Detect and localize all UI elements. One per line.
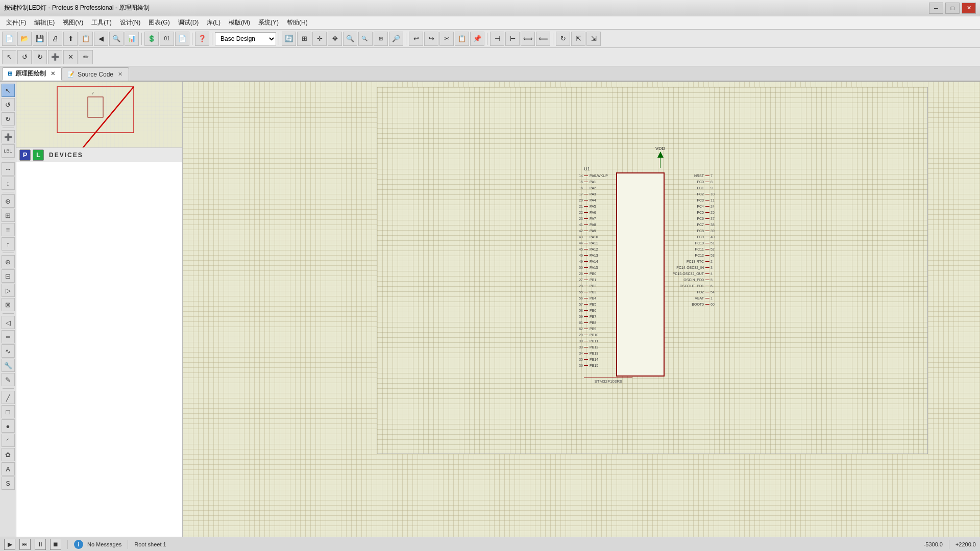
- 2d-line-tool[interactable]: ━: [2, 330, 15, 343]
- menu-graph[interactable]: 图表(G): [144, 17, 174, 28]
- add-button[interactable]: ➕: [48, 50, 62, 64]
- shape-tool[interactable]: ∿: [2, 344, 15, 358]
- pointer-tool[interactable]: ↖: [2, 84, 15, 97]
- zoom-in-button[interactable]: 🔍: [343, 32, 357, 46]
- export-button[interactable]: ⬆: [63, 32, 78, 46]
- grid-button[interactable]: ⊞: [297, 32, 311, 46]
- edit-tool[interactable]: 🔧: [2, 359, 15, 372]
- help-button[interactable]: ❓: [195, 32, 209, 46]
- menu-file[interactable]: 文件(F): [2, 17, 30, 28]
- shrink-button[interactable]: ⇲: [586, 32, 601, 46]
- text-tool[interactable]: A: [2, 462, 15, 475]
- search-button[interactable]: 🔍: [109, 32, 124, 46]
- menu-design[interactable]: 设计(N): [116, 17, 145, 28]
- menu-library[interactable]: 库(L): [203, 17, 225, 28]
- left-pins: 14 PA0-WKUP 15 PA1 16 PA2: [574, 172, 616, 368]
- zoom-fit-button[interactable]: ⊞: [374, 32, 388, 46]
- subcircuit-tool[interactable]: ⊕: [2, 255, 15, 268]
- zoom-select-button[interactable]: 🔎: [389, 32, 403, 46]
- pick-devices-button[interactable]: P: [19, 149, 31, 161]
- symbol-tool[interactable]: S: [2, 477, 15, 490]
- pin-pb2: 28 PB2: [574, 283, 616, 289]
- pause-button[interactable]: ⏸: [35, 539, 46, 550]
- new-button[interactable]: 📄: [2, 32, 16, 46]
- cut-button[interactable]: ✂: [439, 32, 454, 46]
- app-title: 按键控制LED灯 - Proteus 8 Professional - 原理图绘…: [4, 4, 150, 12]
- align-right-button[interactable]: ⊢: [505, 32, 520, 46]
- arc-tool[interactable]: ◜: [2, 434, 15, 447]
- instrument-tool[interactable]: ▷: [2, 284, 15, 297]
- paste-button[interactable]: 📌: [470, 32, 484, 46]
- open-button[interactable]: 📂: [17, 32, 32, 46]
- menu-debug[interactable]: 调试(D): [174, 17, 203, 28]
- pick-library-button[interactable]: L: [33, 149, 44, 161]
- pcb-button[interactable]: 📄: [175, 32, 189, 46]
- step-button[interactable]: ⏭: [19, 539, 31, 550]
- junction-tool[interactable]: ⊕: [2, 194, 15, 208]
- close-button[interactable]: ✕: [962, 3, 976, 14]
- edit-button[interactable]: ✏: [79, 50, 93, 64]
- design-select[interactable]: Base Design: [215, 32, 276, 45]
- menu-help[interactable]: 帮助(H): [283, 17, 312, 28]
- rotate-button[interactable]: ↻: [556, 32, 570, 46]
- probe-tool[interactable]: ≡: [2, 223, 15, 236]
- print-button[interactable]: 🖨: [48, 32, 62, 46]
- rect-tool[interactable]: □: [2, 405, 15, 418]
- component-tool[interactable]: ➕: [2, 130, 15, 143]
- terminal-tool[interactable]: ↑: [2, 237, 15, 251]
- back-button[interactable]: ◀: [94, 32, 108, 46]
- graph-tool[interactable]: ⊠: [2, 298, 15, 311]
- label-tool[interactable]: LBL: [2, 144, 15, 158]
- mirror-h-button[interactable]: ⟺: [521, 32, 535, 46]
- line-draw-tool[interactable]: ╱: [2, 391, 15, 404]
- menu-view[interactable]: 视图(V): [59, 17, 87, 28]
- pin-pa12: 45 PA12: [574, 246, 616, 252]
- bus-tool[interactable]: ↕: [2, 177, 15, 190]
- wire-tool[interactable]: ↔: [2, 162, 15, 176]
- tab-source-code[interactable]: 📝 Source Code ✕: [62, 67, 129, 81]
- power-tool[interactable]: ⊞: [2, 209, 15, 222]
- logic-button[interactable]: 01: [160, 32, 174, 46]
- pin-vbat: VBAT 1: [665, 295, 720, 301]
- maximize-button[interactable]: □: [945, 3, 960, 14]
- delete-button[interactable]: ✕: [63, 50, 78, 64]
- report-button[interactable]: 📊: [125, 32, 139, 46]
- devices-list[interactable]: [16, 162, 182, 537]
- select-tool-button[interactable]: ↖: [2, 50, 16, 64]
- refresh-button[interactable]: 🔄: [282, 32, 296, 46]
- redo-button[interactable]: ↪: [424, 32, 438, 46]
- minimize-button[interactable]: ─: [929, 3, 943, 14]
- rotate-tool-button[interactable]: ↺: [17, 50, 32, 64]
- stop-button[interactable]: ⏹: [50, 539, 61, 550]
- probe-button[interactable]: 💲: [144, 32, 159, 46]
- play-button[interactable]: ▶: [4, 539, 15, 550]
- canvas-area[interactable]: VDD U1 14 PA0-WKUP 15: [183, 82, 980, 537]
- menu-edit[interactable]: 编辑(E): [30, 17, 59, 28]
- rotate-cw-button[interactable]: ↻: [33, 50, 47, 64]
- copy-button[interactable]: 📋: [455, 32, 469, 46]
- mirror-v-button[interactable]: ⟸: [536, 32, 550, 46]
- zoom-out-button[interactable]: 🔍-: [358, 32, 373, 46]
- circle-tool[interactable]: ●: [2, 419, 15, 433]
- move-button[interactable]: ✥: [328, 32, 342, 46]
- tab-schematic[interactable]: ⊞ 原理图绘制 ✕: [2, 67, 62, 81]
- menu-system[interactable]: 系统(Y): [254, 17, 283, 28]
- redo-tool[interactable]: ↻: [2, 112, 15, 126]
- align-left-button[interactable]: ⊣: [490, 32, 504, 46]
- annotation-tool[interactable]: ◁: [2, 316, 15, 329]
- menu-template[interactable]: 模版(M): [225, 17, 254, 28]
- netlist-button[interactable]: 📋: [79, 32, 93, 46]
- generator-tool[interactable]: ⊟: [2, 269, 15, 283]
- source-tab-close[interactable]: ✕: [116, 71, 124, 78]
- expand-button[interactable]: ⇱: [571, 32, 585, 46]
- toolbar-separator-4: [279, 33, 279, 45]
- save-button[interactable]: 💾: [33, 32, 47, 46]
- cross-button[interactable]: ✛: [312, 32, 327, 46]
- menu-tools[interactable]: 工具(T): [87, 17, 115, 28]
- undo-tool[interactable]: ↺: [2, 98, 15, 111]
- pencil-tool[interactable]: ✎: [2, 373, 15, 386]
- pin-pb14: 35 PB14: [574, 356, 616, 362]
- schematic-tab-close[interactable]: ✕: [49, 70, 56, 78]
- polygon-tool[interactable]: ✿: [2, 448, 15, 461]
- undo-button[interactable]: ↩: [409, 32, 423, 46]
